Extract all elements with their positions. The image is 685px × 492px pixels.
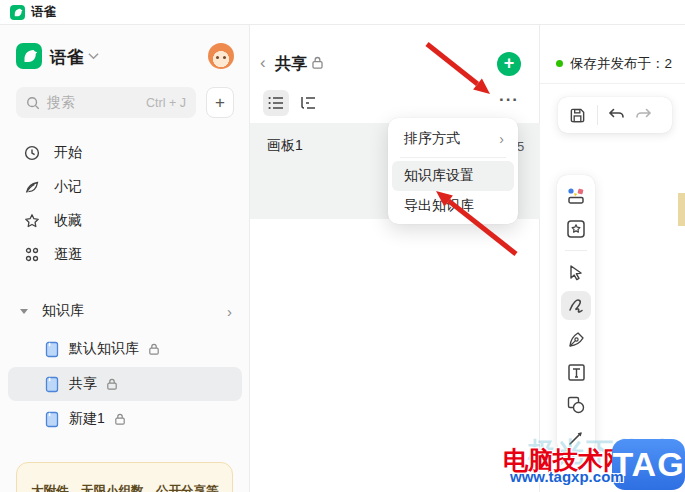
menu-item-sort-order[interactable]: 排序方式 › bbox=[392, 124, 514, 154]
search-input[interactable]: 搜索 Ctrl + J bbox=[16, 87, 196, 118]
lock-icon bbox=[311, 56, 324, 70]
save-button[interactable] bbox=[564, 102, 590, 128]
yuque-logo-icon bbox=[10, 5, 25, 20]
sidebar-book-shared[interactable]: 共享 bbox=[8, 367, 242, 401]
watermark-site-url: www.tagxp.com bbox=[510, 468, 624, 485]
text-tool-button[interactable] bbox=[561, 358, 591, 387]
promo-banner-text: 大附件、无限小组数、公开分享等 bbox=[31, 484, 219, 492]
book-label: 共享 bbox=[69, 375, 97, 393]
sidebar-item-label: 逛逛 bbox=[54, 246, 82, 264]
sidebar-item-start[interactable]: 开始 bbox=[8, 136, 242, 170]
star-icon bbox=[24, 213, 40, 229]
book-panel-title: 共享 bbox=[275, 54, 307, 75]
editor-panel: 保存并发布于：2 bbox=[540, 25, 685, 492]
lock-icon bbox=[114, 413, 126, 426]
search-shortcut: Ctrl + J bbox=[146, 96, 186, 110]
document-title: 画板1 bbox=[267, 137, 303, 155]
shapes-tool-button[interactable] bbox=[561, 391, 591, 420]
toolbar-divider bbox=[597, 105, 598, 125]
submenu-chevron-icon: › bbox=[499, 131, 504, 147]
back-chevron-icon[interactable]: ‹ bbox=[260, 53, 266, 73]
book-icon bbox=[44, 411, 60, 428]
menu-item-kb-settings[interactable]: 知识库设置 bbox=[392, 161, 514, 191]
sidebar-item-explore[interactable]: 逛逛 bbox=[8, 238, 242, 272]
context-menu: 排序方式 › 知识库设置 导出知识库 bbox=[388, 118, 518, 224]
insert-elements-button[interactable] bbox=[561, 181, 591, 210]
menu-divider bbox=[400, 157, 506, 158]
book-panel: ‹ 共享 + ··· 画板1 5 bbox=[250, 25, 540, 492]
search-placeholder: 搜索 bbox=[47, 94, 139, 112]
toolbar-divider bbox=[565, 250, 587, 251]
frame-button[interactable] bbox=[561, 214, 591, 243]
sidebar-item-label: 小记 bbox=[54, 178, 82, 196]
chevron-right-icon[interactable]: › bbox=[227, 303, 232, 320]
menu-item-label: 知识库设置 bbox=[404, 167, 474, 185]
feather-icon bbox=[24, 179, 40, 195]
yuque-logo-icon[interactable] bbox=[16, 43, 42, 69]
book-label: 新建1 bbox=[69, 410, 105, 428]
app-title: 语雀 bbox=[31, 4, 56, 21]
sidebar-book-new1[interactable]: 新建1 bbox=[8, 402, 242, 436]
book-icon bbox=[44, 376, 60, 393]
menu-item-export-kb[interactable]: 导出知识库 bbox=[392, 191, 514, 221]
sidebar-section-knowledge-base[interactable]: 知识库 › bbox=[8, 295, 242, 327]
book-label: 默认知识库 bbox=[69, 340, 139, 358]
expander-triangle-icon[interactable] bbox=[20, 309, 28, 314]
plus-icon: + bbox=[504, 53, 515, 73]
undo-button[interactable] bbox=[604, 102, 630, 128]
plus-icon: + bbox=[215, 93, 225, 113]
panel-divider bbox=[540, 83, 685, 84]
section-label: 知识库 bbox=[42, 302, 84, 320]
menu-item-label: 排序方式 bbox=[404, 130, 460, 148]
history-toolbar bbox=[558, 97, 672, 133]
sidebar-item-label: 收藏 bbox=[54, 212, 82, 230]
sidebar: 语雀 搜索 Ctrl + J + 开始 小记 收藏 逛逛 bbox=[0, 25, 250, 492]
new-document-button[interactable]: + bbox=[206, 87, 234, 118]
avatar[interactable] bbox=[208, 43, 234, 69]
clock-icon bbox=[24, 145, 40, 161]
pen-tool-button[interactable] bbox=[561, 324, 591, 353]
add-content-button[interactable]: + bbox=[497, 52, 521, 76]
drawing-toolbar bbox=[557, 175, 595, 453]
lock-icon bbox=[148, 343, 160, 356]
sidebar-item-notes[interactable]: 小记 bbox=[8, 170, 242, 204]
menu-item-label: 导出知识库 bbox=[404, 197, 474, 215]
explore-icon bbox=[24, 247, 40, 263]
workspace-name[interactable]: 语雀 bbox=[50, 46, 84, 69]
marker-tool-button[interactable] bbox=[561, 291, 591, 320]
select-tool-button[interactable] bbox=[561, 258, 591, 287]
save-status-text: 保存并发布于：2 bbox=[570, 55, 684, 73]
book-icon bbox=[44, 341, 60, 358]
window-titlebar: 语雀 bbox=[0, 0, 685, 25]
sidebar-item-favorites[interactable]: 收藏 bbox=[8, 204, 242, 238]
search-icon bbox=[26, 96, 40, 110]
canvas-note-edge bbox=[678, 193, 685, 226]
sidebar-book-default[interactable]: 默认知识库 bbox=[8, 332, 242, 366]
sidebar-item-label: 开始 bbox=[54, 144, 82, 162]
chevron-down-icon[interactable] bbox=[88, 52, 99, 60]
promo-banner[interactable]: 大附件、无限小组数、公开分享等 bbox=[16, 462, 233, 492]
redo-button[interactable] bbox=[630, 102, 656, 128]
document-date-partial: 5 bbox=[517, 139, 524, 154]
more-options-button[interactable]: ··· bbox=[496, 87, 522, 113]
tree-view-button[interactable] bbox=[295, 90, 321, 116]
saved-status-dot bbox=[556, 60, 563, 67]
lock-icon bbox=[106, 378, 118, 391]
list-view-button[interactable] bbox=[263, 90, 289, 116]
